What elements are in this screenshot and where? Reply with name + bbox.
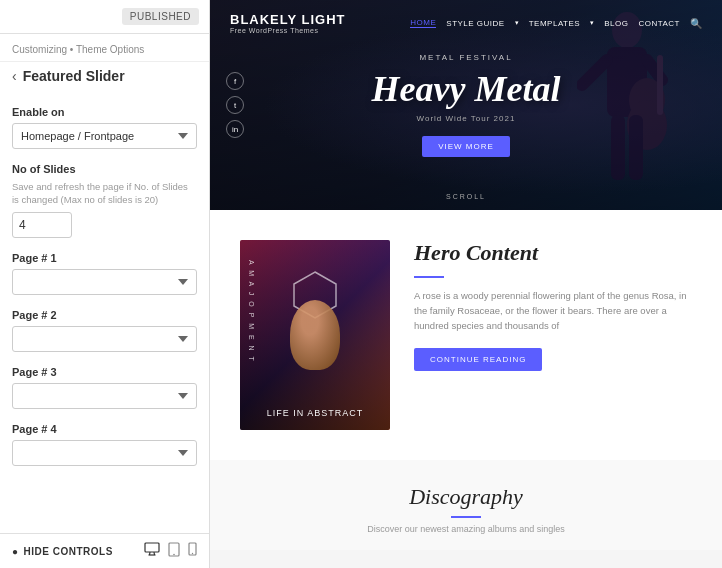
left-panel: PUBLISHED Customizing • Theme Options ‹ …: [0, 0, 210, 568]
discography-divider: [451, 516, 481, 518]
panel-bottom: ● HIDE CONTROLS: [0, 533, 209, 568]
no-of-slides-label: No of Slides: [12, 163, 197, 175]
page4-group: Page # 4: [12, 423, 197, 466]
tablet-icon[interactable]: [168, 542, 180, 560]
content-divider: [414, 276, 444, 278]
right-panel: BLAKELY LIGHT Free WordPress Themes HOME…: [210, 0, 722, 568]
site-header: BLAKELY LIGHT Free WordPress Themes HOME…: [210, 0, 722, 46]
svg-rect-0: [145, 543, 159, 552]
page2-label: Page # 2: [12, 309, 197, 321]
panel-content: Enable on Homepage / Frontpage No of Sli…: [0, 94, 209, 533]
discography-section: Discography Discover our newest amazing …: [210, 460, 722, 550]
hero-tag: METAL FESTIVAL: [240, 53, 692, 62]
hero-subtitle: World Wide Tour 2021: [240, 114, 692, 123]
social-icons: f t in: [226, 72, 244, 138]
enable-on-select[interactable]: Homepage / Frontpage: [12, 123, 197, 149]
image-caption: LIFE IN ABSTRACT: [248, 408, 382, 422]
content-image: A M A J O P M E N T LIFE IN ABSTRACT: [240, 240, 390, 430]
device-icons: [144, 542, 197, 560]
content-body: A rose is a woody perennial flowering pl…: [414, 288, 692, 334]
twitter-icon[interactable]: t: [226, 96, 244, 114]
nav-home[interactable]: HOME: [410, 18, 436, 28]
content-section: A M A J O P M E N T LIFE IN ABSTRACT Her…: [210, 210, 722, 460]
breadcrumb-section: Customizing • Theme Options: [0, 34, 209, 62]
hero-section: BLAKELY LIGHT Free WordPress Themes HOME…: [210, 0, 722, 210]
back-button[interactable]: ‹: [12, 68, 17, 84]
person-face: [290, 300, 340, 370]
nav-blog[interactable]: BLOG: [604, 19, 628, 28]
site-logo-text: BLAKELY LIGHT: [230, 12, 346, 27]
content-title: Hero Content: [414, 240, 692, 266]
hero-cta-button[interactable]: VIEW MORE: [422, 136, 510, 157]
slides-input[interactable]: [12, 212, 72, 238]
scroll-indicator: SCROLL: [446, 193, 486, 200]
search-icon[interactable]: 🔍: [690, 18, 702, 29]
enable-on-label: Enable on: [12, 106, 197, 118]
svg-point-5: [173, 554, 175, 556]
page1-label: Page # 1: [12, 252, 197, 264]
page4-select[interactable]: [12, 440, 197, 466]
enable-on-group: Enable on Homepage / Frontpage: [12, 106, 197, 149]
site-preview: BLAKELY LIGHT Free WordPress Themes HOME…: [210, 0, 722, 550]
page2-select[interactable]: [12, 326, 197, 352]
page3-select[interactable]: [12, 383, 197, 409]
breadcrumb: Customizing • Theme Options: [12, 44, 197, 55]
instagram-icon[interactable]: in: [226, 120, 244, 138]
nav-contact[interactable]: CONTACT: [638, 19, 680, 28]
slides-helper-text: Save and refresh the page if No. of Slid…: [12, 180, 197, 207]
page3-label: Page # 3: [12, 366, 197, 378]
desktop-icon[interactable]: [144, 542, 160, 560]
mobile-icon[interactable]: [188, 542, 197, 560]
page1-select[interactable]: [12, 269, 197, 295]
discography-subtitle: Discover our newest amazing albums and s…: [240, 524, 692, 534]
hide-controls-label: HIDE CONTROLS: [24, 546, 113, 557]
no-of-slides-group: No of Slides Save and refresh the page i…: [12, 163, 197, 238]
continue-reading-button[interactable]: CONTINUE READING: [414, 348, 542, 371]
page4-label: Page # 4: [12, 423, 197, 435]
section-title-panel: ‹ Featured Slider: [0, 62, 209, 94]
discography-title: Discography: [240, 484, 692, 510]
top-bar: PUBLISHED: [0, 0, 209, 34]
hide-controls-button[interactable]: ● HIDE CONTROLS: [12, 546, 113, 557]
page3-group: Page # 3: [12, 366, 197, 409]
nav-templates[interactable]: TEMPLATES: [529, 19, 580, 28]
eye-icon: ●: [12, 546, 19, 557]
site-nav: HOME STYLE GUIDE ▾ TEMPLATES ▾ BLOG CONT…: [410, 18, 702, 29]
published-badge: PUBLISHED: [122, 8, 199, 25]
facebook-icon[interactable]: f: [226, 72, 244, 90]
hero-title: Heavy Metal: [240, 68, 692, 110]
content-text: Hero Content A rose is a woody perennial…: [414, 240, 692, 371]
image-text: LIFE IN ABSTRACT: [240, 400, 390, 430]
page2-group: Page # 2: [12, 309, 197, 352]
site-logo-sub: Free WordPress Themes: [230, 27, 346, 34]
vertical-text: A M A J O P M E N T: [248, 260, 255, 363]
section-heading: Featured Slider: [23, 68, 125, 84]
nav-style-guide[interactable]: STYLE GUIDE: [446, 19, 504, 28]
site-logo: BLAKELY LIGHT Free WordPress Themes: [230, 12, 346, 34]
page1-group: Page # 1: [12, 252, 197, 295]
svg-point-7: [192, 553, 193, 554]
